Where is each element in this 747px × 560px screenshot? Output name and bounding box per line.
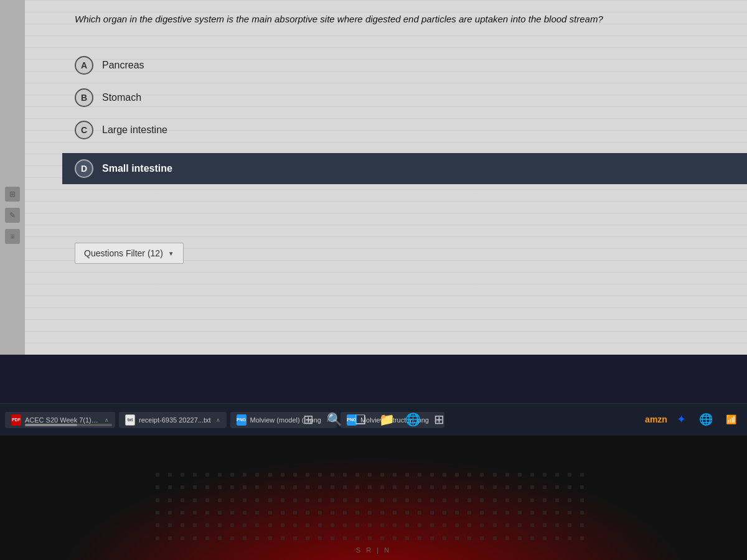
option-d-row[interactable]: D Small intestine [62, 153, 747, 184]
taskbar-item-txt[interactable]: txt receipt-6935 20227...txt ∧ [119, 412, 227, 428]
txt-icon: txt [125, 414, 135, 426]
filter-label: Questions Filter (12) [84, 248, 163, 258]
left-sidebar: ⊞ ✎ ≡ [0, 0, 25, 355]
question-area: Which organ in the digestive system is t… [75, 12, 710, 27]
question-text: Which organ in the digestive system is t… [75, 12, 710, 27]
sidebar-icon-3[interactable]: ≡ [5, 229, 20, 244]
chevron-down-icon: ▼ [168, 250, 174, 257]
option-d-label: Small intestine [102, 163, 172, 174]
bottom-nav-text: S R | N [356, 546, 391, 554]
dropbox-icon[interactable]: ✦ [670, 408, 692, 431]
sidebar-icon-2[interactable]: ✎ [5, 208, 20, 223]
filter-area: Questions Filter (12) ▼ [75, 243, 184, 264]
option-c-circle: C [75, 121, 93, 139]
option-b-label: Stomach [102, 92, 141, 103]
option-b-circle: B [75, 88, 93, 107]
option-b-row[interactable]: B Stomach [75, 88, 710, 107]
sidebar-icon-1[interactable]: ⊞ [5, 187, 20, 202]
keyboard-area: // This will be rendered inline via scri… [156, 473, 591, 548]
grid-icon[interactable]: ⊞ [426, 407, 451, 432]
windows-start-icon[interactable]: ⊞ [296, 407, 321, 432]
taskbar-system-tray: amzn ✦ 🌐 📶 [645, 403, 747, 436]
search-icon[interactable]: 🔍 [322, 407, 347, 432]
taskbar-pdf-label: ACEC S20 Week 7(1).pdf [25, 416, 100, 424]
main-content: Which organ in the digestive system is t… [25, 0, 747, 355]
questions-filter-button[interactable]: Questions Filter (12) ▼ [75, 243, 184, 264]
file-explorer-icon[interactable]: 📁 [374, 407, 399, 432]
amazon-icon[interactable]: amzn [645, 408, 667, 431]
progress-fill [25, 424, 77, 426]
taskbar-txt-chevron: ∧ [216, 417, 220, 423]
option-a-circle: A [75, 56, 93, 75]
option-c-row[interactable]: C Large intestine [75, 121, 710, 139]
task-view-icon[interactable]: ❑ [348, 407, 373, 432]
option-a-label: Pancreas [102, 60, 144, 71]
taskbar-center-icons: ⊞ 🔍 ❑ 📁 🌐 ⊞ [296, 403, 451, 436]
edge-icon[interactable]: 🌐 [400, 407, 425, 432]
option-c-label: Large intestine [102, 124, 167, 136]
pdf-icon: PDF [11, 414, 21, 426]
chrome-icon[interactable]: 🌐 [695, 408, 717, 431]
taskbar-txt-label: receipt-6935 20227...txt [139, 416, 211, 424]
options-area: A Pancreas B Stomach C Large intestine D… [75, 56, 710, 198]
png1-icon: PNG [237, 414, 247, 426]
taskbar-pdf-chevron: ∧ [105, 417, 109, 423]
option-d-circle: D [75, 159, 93, 178]
progress-bar [25, 424, 112, 426]
option-a-row[interactable]: A Pancreas [75, 56, 710, 75]
bottom-area: // This will be rendered inline via scri… [0, 436, 747, 560]
network-icon[interactable]: 📶 [720, 408, 742, 431]
